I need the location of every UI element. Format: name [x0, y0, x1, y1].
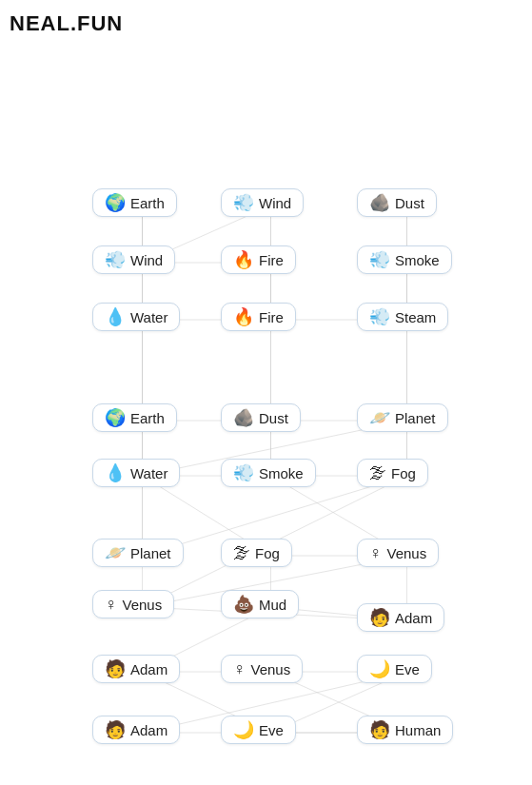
chip-dust-10[interactable]: 🪨Dust: [221, 403, 301, 432]
chip-label: Eve: [259, 722, 284, 738]
chip-emoji: 🧑: [369, 609, 390, 626]
chip-planet-15[interactable]: 🪐Planet: [92, 539, 184, 567]
chip-fog-16[interactable]: 🌫Fog: [221, 539, 292, 567]
main-canvas: NEAL.FUN 🌍Earth💨Wind🪨Dust💨Wind🔥Fire💨Smok…: [0, 0, 532, 785]
chip-label: Mud: [259, 597, 286, 613]
chip-label: Human: [395, 722, 441, 738]
chip-label: Eve: [395, 661, 420, 677]
chip-label: Fire: [259, 252, 284, 268]
chip-label: Wind: [259, 195, 291, 211]
chip-label: Venus: [387, 545, 427, 561]
chip-wind-3[interactable]: 💨Wind: [92, 245, 175, 274]
chip-emoji: 🪨: [233, 409, 254, 426]
chip-adam-24[interactable]: 🧑Adam: [92, 716, 180, 744]
chip-venus-18[interactable]: ♀Venus: [92, 590, 174, 618]
chip-emoji: 💨: [105, 251, 126, 268]
chip-emoji: 🧑: [105, 660, 126, 677]
logo: NEAL.FUN: [10, 11, 123, 36]
chip-label: Adam: [130, 722, 167, 738]
chip-emoji: 🔥: [233, 251, 254, 268]
chip-emoji: 🪐: [105, 544, 126, 561]
chip-label: Fog: [391, 465, 416, 481]
chip-label: Planet: [130, 545, 171, 561]
chip-emoji: 💩: [233, 596, 254, 613]
chip-adam-21[interactable]: 🧑Adam: [92, 655, 180, 683]
chip-fire-4[interactable]: 🔥Fire: [221, 245, 296, 274]
chip-earth-9[interactable]: 🌍Earth: [92, 403, 177, 432]
chip-venus-22[interactable]: ♀Venus: [221, 655, 303, 683]
chip-label: Wind: [130, 252, 163, 268]
chip-label: Smoke: [395, 252, 440, 268]
chip-venus-17[interactable]: ♀Venus: [357, 539, 439, 567]
chip-earth-0[interactable]: 🌍Earth: [92, 188, 177, 217]
chip-label: Venus: [251, 661, 291, 677]
chip-water-12[interactable]: 💧Water: [92, 459, 180, 487]
chip-emoji: ♀: [369, 544, 383, 561]
chip-emoji: 💨: [369, 308, 390, 325]
chip-smoke-5[interactable]: 💨Smoke: [357, 245, 452, 274]
chip-emoji: 🌫: [369, 464, 386, 481]
chip-smoke-13[interactable]: 💨Smoke: [221, 459, 316, 487]
chip-label: Planet: [395, 410, 436, 426]
chip-emoji: 🧑: [369, 721, 390, 738]
chip-emoji: 💨: [233, 464, 254, 481]
chip-label: Water: [130, 465, 167, 481]
chip-emoji: 🌫: [233, 544, 250, 561]
chip-emoji: 🌙: [233, 721, 254, 738]
chip-label: Dust: [395, 195, 424, 211]
chip-label: Fog: [255, 545, 280, 561]
chip-mud-19[interactable]: 💩Mud: [221, 590, 299, 618]
chip-fog-14[interactable]: 🌫Fog: [357, 459, 428, 487]
chip-wind-1[interactable]: 💨Wind: [221, 188, 304, 217]
chip-eve-23[interactable]: 🌙Eve: [357, 655, 432, 683]
chip-label: Smoke: [259, 465, 304, 481]
chip-label: Dust: [259, 410, 288, 426]
chip-label: Steam: [395, 309, 436, 325]
chip-steam-8[interactable]: 💨Steam: [357, 303, 448, 331]
chip-label: Earth: [130, 195, 165, 211]
chip-emoji: 🪨: [369, 194, 390, 211]
chip-emoji: 🔥: [233, 308, 254, 325]
chip-emoji: 💧: [105, 308, 126, 325]
chip-label: Water: [130, 309, 167, 325]
chip-emoji: 🧑: [105, 721, 126, 738]
chip-label: Venus: [123, 597, 163, 613]
chip-emoji: 🌍: [105, 194, 126, 211]
chip-dust-2[interactable]: 🪨Dust: [357, 188, 437, 217]
chip-label: Adam: [395, 610, 432, 626]
chip-fire-7[interactable]: 🔥Fire: [221, 303, 296, 331]
chip-emoji: 💧: [105, 464, 126, 481]
chip-adam-20[interactable]: 🧑Adam: [357, 603, 444, 632]
chip-label: Adam: [130, 661, 167, 677]
chip-emoji: 💨: [369, 251, 390, 268]
chip-eve-25[interactable]: 🌙Eve: [221, 716, 296, 744]
chip-label: Earth: [130, 410, 165, 426]
chip-emoji: ♀: [233, 660, 246, 677]
chip-water-6[interactable]: 💧Water: [92, 303, 180, 331]
chip-emoji: ♀: [105, 596, 118, 613]
chip-label: Fire: [259, 309, 284, 325]
chip-emoji: 🌙: [369, 660, 390, 677]
chip-emoji: 🪐: [369, 409, 390, 426]
chip-planet-11[interactable]: 🪐Planet: [357, 403, 448, 432]
chip-human-26[interactable]: 🧑Human: [357, 716, 453, 744]
chip-emoji: 💨: [233, 194, 254, 211]
chip-emoji: 🌍: [105, 409, 126, 426]
